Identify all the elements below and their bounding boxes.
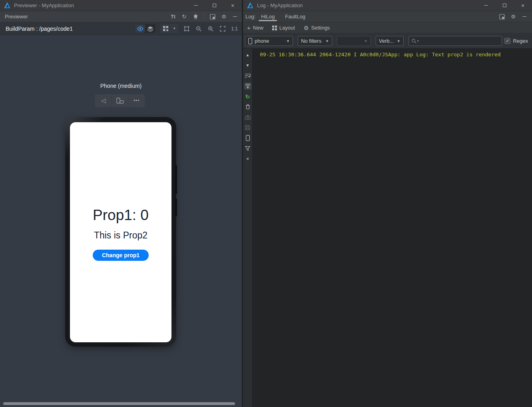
deveco-logo-icon — [247, 2, 254, 9]
build-param-label: BuildParam : /pages/code1 — [6, 26, 73, 32]
scroll-to-end-icon[interactable] — [244, 83, 251, 89]
zoom-out-icon[interactable] — [195, 25, 202, 32]
refresh-icon[interactable]: ↻ — [181, 13, 188, 20]
search-input[interactable] — [420, 38, 500, 44]
window-controls: × — [477, 0, 532, 11]
minimize-button[interactable] — [187, 0, 205, 11]
previewer-toolbar: BuildParam : /pages/code1 ▼ — [0, 22, 242, 35]
maximize-button[interactable] — [205, 0, 223, 11]
save-log-icon[interactable] — [244, 124, 251, 131]
search-icon — [411, 38, 416, 44]
previewer-canvas: Phone (medium) ◁ ••• Prop1: 0 This is Pr… — [0, 35, 242, 407]
previewer-tab-label[interactable]: Previewer — [5, 14, 28, 20]
panel-layout-icon[interactable] — [209, 13, 216, 20]
previewer-tabrow: Previewer Tt ↻ ⚙ — [0, 11, 242, 22]
log-filter-row: phone ▼ No filters ▼ ▼ Verb... ▼ ▾ ✓ Reg… — [243, 34, 532, 49]
deveco-logo-icon — [4, 2, 11, 9]
filter-funnel-icon[interactable] — [244, 145, 251, 152]
tag-filter-dropdown[interactable]: ▼ — [337, 36, 371, 46]
maximize-button[interactable] — [495, 0, 514, 11]
previewer-titlebar: Previewer - MyApplication × — [0, 0, 242, 11]
previewer-toolbar-icons: ▼ 1:1 — [135, 24, 238, 33]
gear-icon: ⚙ — [304, 25, 309, 31]
app-screen-content: Prop1: 0 This is Prop2 Change prop1 — [70, 122, 171, 342]
new-session-button[interactable]: + New — [247, 24, 263, 31]
plus-icon: + — [247, 24, 251, 31]
tab-hilog[interactable]: HiLog — [261, 11, 275, 22]
prop2-text: This is Prop2 — [94, 230, 147, 241]
gear-icon[interactable]: ⚙ — [220, 13, 227, 20]
back-button[interactable]: ◁ — [95, 94, 112, 107]
layers-icon[interactable] — [145, 24, 155, 33]
device-control-group: ◁ ••• — [95, 94, 145, 107]
horizontal-scrollbar[interactable] — [3, 402, 235, 405]
soft-wrap-icon[interactable] — [244, 72, 251, 79]
component-grid-icon[interactable] — [161, 24, 171, 33]
device-label: Phone (medium) — [0, 83, 242, 89]
divider — [204, 14, 204, 20]
prop1-text: Prop1: 0 — [93, 207, 149, 224]
inspector-eye-icon[interactable] — [135, 24, 145, 33]
log-output-area[interactable]: 09-25 16:30:36.644 2064-12420 I A0c0d0/J… — [253, 49, 532, 407]
phone-power-button — [175, 199, 177, 216]
hide-panel-icon[interactable] — [231, 16, 239, 17]
previewer-tab-icons: Tt ↻ ⚙ — [169, 13, 239, 20]
text-size-icon[interactable]: Tt — [169, 13, 177, 20]
search-history-caret-icon[interactable]: ▾ — [417, 39, 419, 43]
log-level-value: Verb... — [379, 38, 394, 44]
device-dropdown[interactable]: phone ▼ — [245, 36, 293, 46]
settings-button[interactable]: ⚙ Settings — [304, 25, 330, 31]
log-content: ▲ ▼ ↻ × — [243, 49, 532, 407]
scroll-up-icon[interactable]: ▲ — [244, 52, 251, 58]
device-log-icon[interactable] — [244, 135, 251, 141]
chevron-down-icon: ▼ — [286, 39, 290, 43]
hide-panel-icon[interactable] — [521, 16, 528, 17]
panel-layout-icon[interactable] — [498, 13, 506, 20]
log-line: 09-25 16:30:36.644 2064-12420 I A0c0d0/J… — [260, 52, 532, 58]
minimize-button[interactable] — [477, 0, 495, 11]
log-tabrow: Log: HiLog FaultLog ⚙ — [243, 11, 532, 22]
clear-log-trash-icon[interactable] — [244, 103, 251, 110]
close-session-icon[interactable]: × — [244, 155, 251, 162]
device-dropdown-value: phone — [255, 38, 269, 44]
close-button[interactable]: × — [514, 0, 532, 11]
scroll-down-icon[interactable]: ▼ — [244, 62, 251, 69]
connector-icon[interactable] — [192, 13, 199, 20]
log-window: Log - MyApplication × Log: HiLog FaultLo… — [243, 0, 532, 407]
phone-icon — [248, 38, 252, 44]
close-button[interactable]: × — [223, 0, 242, 11]
fit-to-window-icon[interactable] — [219, 25, 226, 32]
restart-session-icon[interactable]: ↻ — [244, 93, 251, 100]
gear-icon[interactable]: ⚙ — [510, 13, 517, 20]
component-grid-dropdown: ▼ — [160, 24, 178, 33]
new-label: New — [253, 25, 263, 31]
layout-grid-icon — [272, 26, 277, 30]
process-filter-value: No filters — [301, 38, 321, 44]
chevron-down-icon: ▼ — [364, 39, 368, 43]
log-actions-bar: + New Layout ⚙ Settings — [243, 22, 532, 34]
rotate-device-button[interactable] — [112, 94, 128, 107]
log-tab-icons: ⚙ — [498, 13, 528, 20]
change-prop1-button[interactable]: Change prop1 — [93, 250, 149, 261]
selection-frame-icon[interactable] — [183, 25, 190, 32]
log-search-box: ▾ — [408, 36, 502, 46]
regex-checkbox[interactable]: ✓ — [504, 38, 510, 44]
phone-volume-button — [175, 165, 177, 194]
layout-label: Layout — [279, 25, 295, 31]
screenshot-camera-icon[interactable] — [244, 114, 251, 121]
tab-faultlog[interactable]: FaultLog — [285, 11, 305, 22]
log-side-toolbar: ▲ ▼ ↻ × — [243, 49, 253, 407]
chevron-down-icon: ▼ — [397, 39, 400, 43]
log-level-dropdown[interactable]: Verb... ▼ — [376, 36, 404, 46]
phone-screen: Prop1: 0 This is Prop2 Change prop1 — [70, 122, 171, 342]
view-mode-group — [135, 24, 155, 33]
process-filter-dropdown[interactable]: No filters ▼ — [298, 36, 332, 46]
zoom-in-icon[interactable] — [207, 25, 214, 32]
chevron-down-icon[interactable]: ▼ — [171, 24, 178, 33]
more-options-button[interactable]: ••• — [128, 94, 145, 107]
layout-button[interactable]: Layout — [272, 25, 295, 31]
one-to-one-zoom[interactable]: 1:1 — [231, 26, 238, 32]
previewer-window: Previewer - MyApplication × Previewer Tt… — [0, 0, 242, 407]
regex-label: Regex — [513, 38, 528, 44]
log-group-label: Log: — [245, 14, 255, 20]
